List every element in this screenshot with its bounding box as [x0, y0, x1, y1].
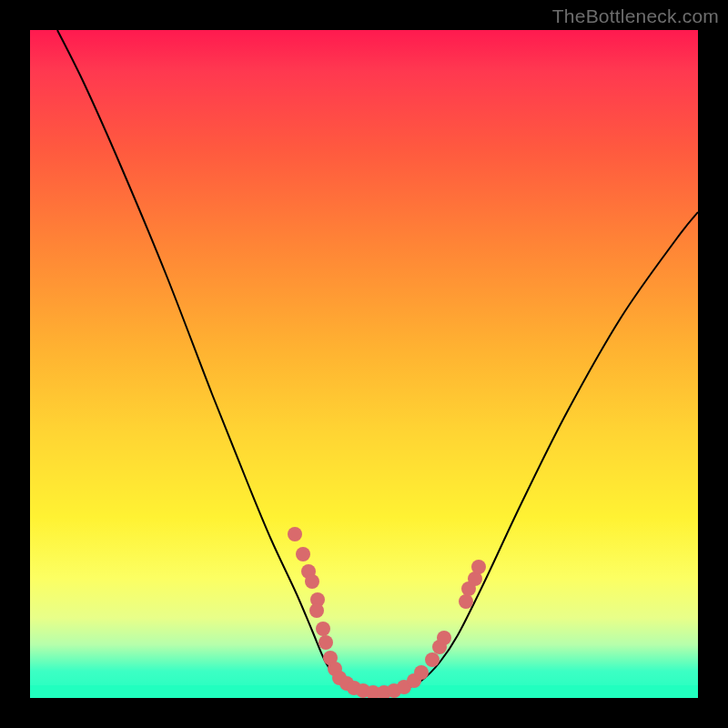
data-point	[316, 622, 330, 636]
data-point	[318, 635, 333, 650]
data-point	[305, 574, 319, 589]
data-point	[296, 547, 310, 561]
data-point	[414, 665, 429, 680]
scatter-points	[30, 30, 698, 698]
data-point	[471, 560, 486, 574]
watermark-label: TheBottleneck.com	[552, 5, 719, 27]
data-point	[459, 594, 473, 609]
data-point	[309, 603, 324, 618]
data-point	[288, 527, 302, 541]
outer-frame: TheBottleneck.com	[0, 0, 728, 728]
data-point	[437, 631, 451, 645]
data-point	[425, 652, 440, 667]
plot-area	[30, 30, 698, 698]
